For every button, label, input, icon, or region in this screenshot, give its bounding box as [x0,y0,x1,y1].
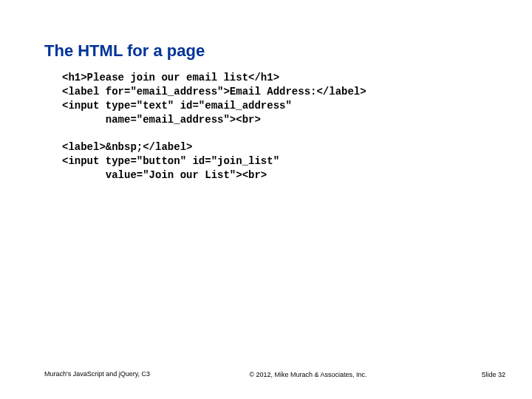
footer-center: © 2012, Mike Murach & Associates, Inc. [170,371,446,378]
footer-right: Slide 32 [446,371,505,378]
page-title: The HTML for a page [44,41,488,61]
footer-left: Murach's JavaScript and jQuery, C3 [44,370,170,378]
slide: The HTML for a page <h1>Please join our … [0,0,532,399]
code-block: <h1>Please join our email list</h1> <lab… [44,71,488,183]
footer: Murach's JavaScript and jQuery, C3 © 201… [44,370,505,378]
